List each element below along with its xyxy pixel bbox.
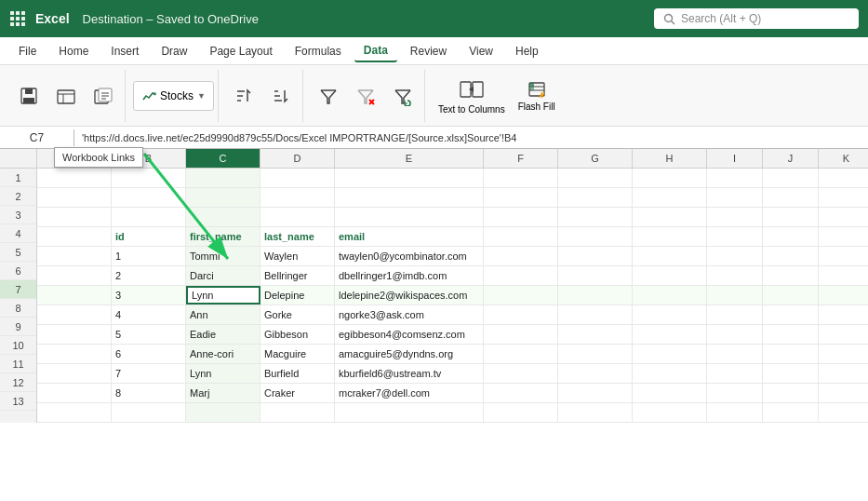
menu-home[interactable]: Home xyxy=(49,41,98,61)
sort-asc-btn[interactable] xyxy=(226,70,261,122)
cell-reference[interactable]: C7 xyxy=(0,129,74,146)
row-header-11[interactable]: 11 xyxy=(0,355,36,373)
cell-g3[interactable] xyxy=(558,208,633,226)
cell-b6[interactable]: 2 xyxy=(112,266,186,285)
row-header-9[interactable]: 9 xyxy=(0,318,36,336)
cell-c5[interactable]: Tommi xyxy=(186,247,260,265)
menu-file[interactable]: File xyxy=(9,41,46,61)
cell-c6[interactable]: Darci xyxy=(186,266,260,285)
row-header-10[interactable]: 10 xyxy=(0,336,36,355)
cell-j3[interactable] xyxy=(763,208,819,226)
cell-k10[interactable] xyxy=(819,345,868,363)
cell-c4[interactable]: first_name xyxy=(186,227,260,246)
row-header-13[interactable]: 13 xyxy=(0,392,36,411)
cell-i10[interactable] xyxy=(707,345,763,363)
cell-k6[interactable] xyxy=(819,266,868,285)
cell-e12[interactable]: mcraker7@dell.com xyxy=(335,384,484,402)
cell-h1[interactable] xyxy=(633,169,707,187)
cell-f11[interactable] xyxy=(484,364,558,383)
reapply-btn[interactable] xyxy=(385,70,421,122)
cell-g11[interactable] xyxy=(558,364,633,383)
cell-a6[interactable] xyxy=(37,266,112,285)
cell-e1[interactable] xyxy=(335,169,484,187)
cell-a1[interactable] xyxy=(37,169,112,187)
row-header-1[interactable]: 1 xyxy=(0,169,36,187)
cell-j13[interactable] xyxy=(763,403,819,422)
menu-view[interactable]: View xyxy=(460,41,502,61)
text-to-columns-btn[interactable]: Text to Columns xyxy=(433,70,511,122)
cell-a2[interactable] xyxy=(37,188,112,207)
cell-b9[interactable]: 5 xyxy=(112,325,186,344)
cell-h11[interactable] xyxy=(633,364,707,383)
cell-e11[interactable]: kburfield6@ustream.tv xyxy=(335,364,484,383)
cell-i6[interactable] xyxy=(707,266,763,285)
ribbon-save-btn[interactable] xyxy=(11,70,47,122)
cell-b10[interactable]: 6 xyxy=(112,345,186,363)
row-header-5[interactable]: 5 xyxy=(0,243,36,262)
cell-k13[interactable] xyxy=(819,403,868,422)
cell-i8[interactable] xyxy=(707,305,763,324)
cell-h2[interactable] xyxy=(633,188,707,207)
cell-i1[interactable] xyxy=(707,169,763,187)
cell-d9[interactable]: Gibbeson xyxy=(260,325,335,344)
cell-b11[interactable]: 7 xyxy=(112,364,186,383)
cell-b3[interactable] xyxy=(112,208,186,226)
cell-e10[interactable]: amacguire5@dyndns.org xyxy=(335,345,484,363)
col-header-d[interactable]: D xyxy=(260,149,335,168)
cell-i12[interactable] xyxy=(707,384,763,402)
cell-h12[interactable] xyxy=(633,384,707,402)
cell-h8[interactable] xyxy=(633,305,707,324)
cell-j4[interactable] xyxy=(763,227,819,246)
cell-g5[interactable] xyxy=(558,247,633,265)
stocks-button[interactable]: Stocks ▼ xyxy=(133,81,214,111)
cell-d7[interactable]: Delepine xyxy=(260,286,335,305)
cell-g2[interactable] xyxy=(558,188,633,207)
cell-f5[interactable] xyxy=(484,247,558,265)
cell-h13[interactable] xyxy=(633,403,707,422)
cell-e5[interactable]: twaylen0@ycombinator.com xyxy=(335,247,484,265)
cell-d6[interactable]: Bellringer xyxy=(260,266,335,285)
cell-d5[interactable]: Waylen xyxy=(260,247,335,265)
cell-j1[interactable] xyxy=(763,169,819,187)
cell-g10[interactable] xyxy=(558,345,633,363)
col-header-c[interactable]: C xyxy=(186,149,260,168)
cell-h7[interactable] xyxy=(633,286,707,305)
cell-g13[interactable] xyxy=(558,403,633,422)
row-header-6[interactable]: 6 xyxy=(0,262,36,280)
cell-b12[interactable]: 8 xyxy=(112,384,186,402)
cell-h3[interactable] xyxy=(633,208,707,226)
cell-d8[interactable]: Gorke xyxy=(260,305,335,324)
cell-e8[interactable]: ngorke3@ask.com xyxy=(335,305,484,324)
cell-d1[interactable] xyxy=(260,169,335,187)
cell-j2[interactable] xyxy=(763,188,819,207)
flash-fill-btn[interactable]: Flash Fill xyxy=(513,70,561,122)
col-header-j[interactable]: J xyxy=(763,149,819,168)
cell-j12[interactable] xyxy=(763,384,819,402)
cell-c9[interactable]: Eadie xyxy=(186,325,260,344)
cell-b7[interactable]: 3 xyxy=(112,286,186,305)
cell-h6[interactable] xyxy=(633,266,707,285)
row-header-3[interactable]: 3 xyxy=(0,206,36,224)
cell-b2[interactable] xyxy=(112,188,186,207)
cell-a12[interactable] xyxy=(37,384,112,402)
cell-c12[interactable]: Marj xyxy=(186,384,260,402)
cell-c1[interactable] xyxy=(186,169,260,187)
cell-c13[interactable] xyxy=(186,403,260,422)
cell-h4[interactable] xyxy=(633,227,707,246)
cell-j11[interactable] xyxy=(763,364,819,383)
cell-b4[interactable]: id xyxy=(112,227,186,246)
cell-k11[interactable] xyxy=(819,364,868,383)
col-header-i[interactable]: I xyxy=(707,149,763,168)
cell-f3[interactable] xyxy=(484,208,558,226)
col-header-h[interactable]: H xyxy=(633,149,707,168)
cell-g6[interactable] xyxy=(558,266,633,285)
ribbon-sheets-btn[interactable] xyxy=(48,70,84,122)
cell-k4[interactable] xyxy=(819,227,868,246)
cell-d11[interactable]: Burfield xyxy=(260,364,335,383)
cell-a13[interactable] xyxy=(37,403,112,422)
cell-e2[interactable] xyxy=(335,188,484,207)
cell-k9[interactable] xyxy=(819,325,868,344)
cell-f1[interactable] xyxy=(484,169,558,187)
menu-insert[interactable]: Insert xyxy=(101,41,148,61)
sort-desc-btn[interactable] xyxy=(263,70,299,122)
